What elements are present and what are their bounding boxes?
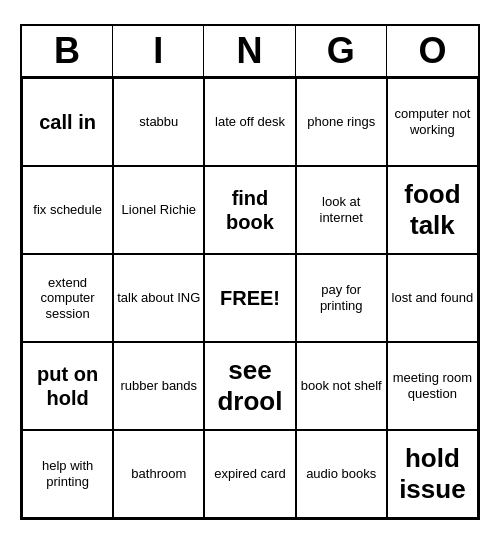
bingo-cell-12: FREE!: [204, 254, 295, 342]
bingo-cell-21: bathroom: [113, 430, 204, 518]
header-letter-G: G: [296, 26, 387, 76]
bingo-header: BINGO: [22, 26, 478, 78]
bingo-cell-9: food talk: [387, 166, 478, 254]
bingo-cell-5: fix schedule: [22, 166, 113, 254]
bingo-cell-11: talk about ING: [113, 254, 204, 342]
bingo-cell-24: hold issue: [387, 430, 478, 518]
header-letter-N: N: [204, 26, 295, 76]
header-letter-O: O: [387, 26, 478, 76]
bingo-cell-16: rubber bands: [113, 342, 204, 430]
bingo-cell-4: computer not working: [387, 78, 478, 166]
bingo-cell-8: look at internet: [296, 166, 387, 254]
bingo-cell-17: see drool: [204, 342, 295, 430]
bingo-cell-19: meeting room question: [387, 342, 478, 430]
bingo-cell-1: stabbu: [113, 78, 204, 166]
bingo-cell-23: audio books: [296, 430, 387, 518]
bingo-cell-14: lost and found: [387, 254, 478, 342]
header-letter-B: B: [22, 26, 113, 76]
bingo-cell-20: help with printing: [22, 430, 113, 518]
bingo-card: BINGO call instabbulate off deskphone ri…: [20, 24, 480, 520]
bingo-cell-10: extend computer session: [22, 254, 113, 342]
bingo-cell-3: phone rings: [296, 78, 387, 166]
bingo-cell-6: Lionel Richie: [113, 166, 204, 254]
bingo-cell-2: late off desk: [204, 78, 295, 166]
bingo-grid: call instabbulate off deskphone ringscom…: [22, 78, 478, 518]
bingo-cell-7: find book: [204, 166, 295, 254]
bingo-cell-15: put on hold: [22, 342, 113, 430]
bingo-cell-13: pay for printing: [296, 254, 387, 342]
bingo-cell-18: book not shelf: [296, 342, 387, 430]
bingo-cell-0: call in: [22, 78, 113, 166]
header-letter-I: I: [113, 26, 204, 76]
bingo-cell-22: expired card: [204, 430, 295, 518]
